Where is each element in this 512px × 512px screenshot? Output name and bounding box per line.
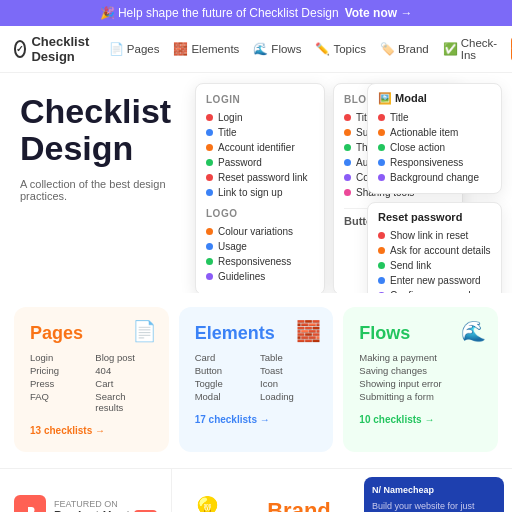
nav-item-checkins[interactable]: ✅Check-Ins <box>443 37 497 61</box>
elements-icon: 🧱 <box>296 319 321 343</box>
hint-emoji: 💡 <box>190 495 225 512</box>
bottom-strip: FEATURED ON Product Hunt 883 💡 Brand N/ … <box>0 468 512 512</box>
nav-item-pages[interactable]: 📄Pages <box>109 37 160 61</box>
flows-list: Making a payment Saving changes Showing … <box>359 352 482 402</box>
pages-link[interactable]: 13 checklists → <box>30 425 153 436</box>
card-flows: 🌊 Flows Making a payment Saving changes … <box>343 307 498 452</box>
dropdown-login-title: Login <box>206 94 314 105</box>
panel-modal: 🖼️ Modal Title Actionable item Close act… <box>367 83 502 194</box>
ad-section[interactable]: N/ Namecheap Build your website for just… <box>364 477 504 512</box>
elements-item-8: Loading <box>260 391 317 402</box>
hint-section: 💡 <box>172 469 242 512</box>
brand-label: Brand <box>267 498 331 512</box>
login-item-3[interactable]: Account identifier <box>206 140 314 155</box>
reset-title: Reset password <box>378 211 491 223</box>
flows-item-2: Saving changes <box>359 365 482 376</box>
pages-list-item-4: 404 <box>95 365 152 376</box>
nav-logo-text: Checklist Design <box>31 34 94 64</box>
logo-item-1[interactable]: Colour variations <box>206 224 314 239</box>
login-item-1[interactable]: Login <box>206 110 314 125</box>
login-item-2[interactable]: Title <box>206 125 314 140</box>
ph-label: FEATURED ON <box>54 499 157 509</box>
modal-item-4[interactable]: Responsiveness <box>378 155 491 170</box>
logo-section: Logo Colour variations Usage Responsiven… <box>206 208 314 284</box>
modal-item-2[interactable]: Actionable item <box>378 125 491 140</box>
nav-item-brand[interactable]: 🏷️Brand <box>380 37 429 61</box>
pages-icon: 📄 <box>132 319 157 343</box>
nav-item-topics[interactable]: ✏️Topics <box>315 37 366 61</box>
pages-list-item-1: Login <box>30 352 87 363</box>
logo-icon: ✓ <box>14 40 26 58</box>
reset-item-4[interactable]: Enter new password <box>378 273 491 288</box>
nav-logo[interactable]: ✓ Checklist Design <box>14 34 95 64</box>
reset-item-2[interactable]: Ask for account details <box>378 243 491 258</box>
pages-list-item-8: Search results <box>95 391 152 413</box>
top-banner: 🎉 Help shape the future of Checklist Des… <box>0 0 512 26</box>
elements-item-4: Toast <box>260 365 317 376</box>
modal-title: 🖼️ Modal <box>378 92 491 105</box>
pages-list-item-5: Press <box>30 378 87 389</box>
flows-icon: 🌊 <box>461 319 486 343</box>
reset-item-5[interactable]: Confirm password <box>378 288 491 293</box>
banner-cta[interactable]: Vote now → <box>345 6 413 20</box>
elements-list: Card Table Button Toast Toggle Icon Moda… <box>195 352 318 402</box>
logo-item-2[interactable]: Usage <box>206 239 314 254</box>
logo-title: Logo <box>206 208 314 219</box>
modal-item-1[interactable]: Title <box>378 110 491 125</box>
pages-list-item-2: Blog post <box>95 352 152 363</box>
login-item-4[interactable]: Password <box>206 155 314 170</box>
pages-list: Login Blog post Pricing 404 Press Cart F… <box>30 352 153 413</box>
pages-list-item-7: FAQ <box>30 391 87 413</box>
nav-items: 📄Pages 🧱Elements 🌊Flows ✏️Topics 🏷️Brand… <box>109 37 497 61</box>
pages-list-item-6: Cart <box>95 378 152 389</box>
elements-item-7: Modal <box>195 391 252 402</box>
elements-item-6: Icon <box>260 378 317 389</box>
product-hunt-section[interactable]: FEATURED ON Product Hunt 883 <box>0 469 172 512</box>
right-panels: 🖼️ Modal Title Actionable item Close act… <box>367 83 502 293</box>
hero-subtitle: A collection of the best design practice… <box>20 178 200 202</box>
flows-item-4: Submitting a form <box>359 391 482 402</box>
hero-text: ChecklistDesign A collection of the best… <box>20 93 200 202</box>
elements-link[interactable]: 17 checklists → <box>195 414 318 425</box>
card-pages: 📄 Pages Login Blog post Pricing 404 Pres… <box>14 307 169 452</box>
ph-logo <box>14 495 46 512</box>
ph-info: FEATURED ON Product Hunt 883 <box>54 499 157 512</box>
logo-item-4[interactable]: Guidelines <box>206 269 314 284</box>
login-item-6[interactable]: Link to sign up <box>206 185 314 200</box>
nav-bar: ✓ Checklist Design 📄Pages 🧱Elements 🌊Flo… <box>0 26 512 73</box>
reset-item-3[interactable]: Send link <box>378 258 491 273</box>
brand-section: Brand <box>242 469 356 512</box>
flows-item-3: Showing input error <box>359 378 482 389</box>
card-elements: 🧱 Elements Card Table Button Toast Toggl… <box>179 307 334 452</box>
hero-title: ChecklistDesign <box>20 93 200 168</box>
ad-logo: N/ Namecheap <box>372 485 496 495</box>
elements-item-2: Table <box>260 352 317 363</box>
pages-list-item-3: Pricing <box>30 365 87 376</box>
hero-section: ChecklistDesign A collection of the best… <box>0 73 512 293</box>
elements-item-5: Toggle <box>195 378 252 389</box>
login-item-5[interactable]: Reset password link <box>206 170 314 185</box>
nav-item-elements[interactable]: 🧱Elements <box>173 37 239 61</box>
elements-item-1: Card <box>195 352 252 363</box>
ad-text: Build your website for just $139/mo. Mor… <box>372 500 496 512</box>
dropdown-login: Login Login Title Account identifier Pas… <box>195 83 325 293</box>
reset-item-1[interactable]: Show link in reset <box>378 228 491 243</box>
panel-reset-password: Reset password Show link in reset Ask fo… <box>367 202 502 293</box>
banner-text: 🎉 Help shape the future of Checklist Des… <box>100 6 339 20</box>
cards-section: 📄 Pages Login Blog post Pricing 404 Pres… <box>0 293 512 466</box>
modal-item-5[interactable]: Background change <box>378 170 491 185</box>
flows-link[interactable]: 10 checklists → <box>359 414 482 425</box>
modal-item-3[interactable]: Close action <box>378 140 491 155</box>
logo-item-3[interactable]: Responsiveness <box>206 254 314 269</box>
nav-item-flows[interactable]: 🌊Flows <box>253 37 301 61</box>
flows-item-1: Making a payment <box>359 352 482 363</box>
elements-item-3: Button <box>195 365 252 376</box>
